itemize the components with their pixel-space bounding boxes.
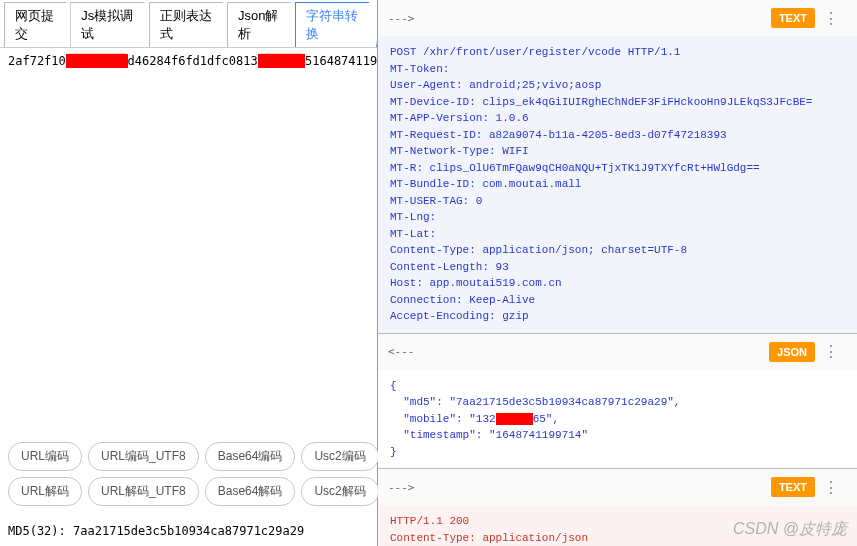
tab-string-convert[interactable]: 字符串转换 bbox=[295, 2, 377, 47]
url-decode-utf8-button[interactable]: URL解码_UTF8 bbox=[88, 477, 199, 506]
tab-web-submit[interactable]: 网页提交 bbox=[4, 2, 74, 47]
request-headers-section: ---> TEXT ⋮ POST /xhr/front/user/registe… bbox=[378, 0, 857, 334]
encode-decode-buttons: URL编码 URL编码_UTF8 Base64编码 Usc2编码 URL解码 U… bbox=[0, 438, 377, 520]
md5-output: MD5(32): 7aa21715de3c5b10934ca87971c29a2… bbox=[0, 520, 377, 546]
kebab-menu-icon[interactable]: ⋮ bbox=[815, 342, 847, 361]
url-encode-button[interactable]: URL编码 bbox=[8, 442, 82, 471]
format-badge-text[interactable]: TEXT bbox=[771, 8, 815, 28]
format-badge-text[interactable]: TEXT bbox=[771, 477, 815, 497]
format-badge-json[interactable]: JSON bbox=[769, 342, 815, 362]
tab-json[interactable]: Json解析 bbox=[227, 2, 299, 47]
direction-out-icon: ---> bbox=[388, 12, 415, 25]
response-headers-section: ---> TEXT ⋮ HTTP/1.1 200 Content-Type: a… bbox=[378, 469, 857, 546]
base64-encode-button[interactable]: Base64编码 bbox=[205, 442, 296, 471]
request-headers-text[interactable]: POST /xhr/front/user/register/vcode HTTP… bbox=[378, 36, 857, 333]
request-body-text[interactable]: { "md5": "7aa21715de3c5b10934ca87971c29a… bbox=[378, 370, 857, 469]
usc2-decode-button[interactable]: Usc2解码 bbox=[301, 477, 378, 506]
response-headers-text[interactable]: HTTP/1.1 200 Content-Type: application/j… bbox=[378, 505, 857, 546]
kebab-menu-icon[interactable]: ⋮ bbox=[815, 9, 847, 28]
direction-in-icon: <--- bbox=[388, 345, 415, 358]
request-body-section: <--- JSON ⋮ { "md5": "7aa21715de3c5b1093… bbox=[378, 334, 857, 470]
tab-js-debug[interactable]: Js模拟调试 bbox=[70, 2, 152, 47]
base64-decode-button[interactable]: Base64解码 bbox=[205, 477, 296, 506]
redacted-mobile: █████ bbox=[496, 413, 533, 425]
md5-value: 7aa21715de3c5b10934ca87971c29a29 bbox=[73, 524, 304, 538]
usc2-encode-button[interactable]: Usc2编码 bbox=[301, 442, 378, 471]
url-decode-button[interactable]: URL解码 bbox=[8, 477, 82, 506]
tab-regex[interactable]: 正则表达式 bbox=[149, 2, 231, 47]
direction-out-icon: ---> bbox=[388, 481, 415, 494]
redacted-segment: ██████ bbox=[258, 54, 305, 68]
tool-tabs: 网页提交 Js模拟调试 正则表达式 Json解析 字符串转换 bbox=[0, 0, 377, 48]
redacted-segment: ████████ bbox=[66, 54, 128, 68]
input-string[interactable]: 2af72f10████████d46284f6fd1dfc0813██████… bbox=[0, 48, 377, 74]
url-encode-utf8-button[interactable]: URL编码_UTF8 bbox=[88, 442, 199, 471]
kebab-menu-icon[interactable]: ⋮ bbox=[815, 478, 847, 497]
